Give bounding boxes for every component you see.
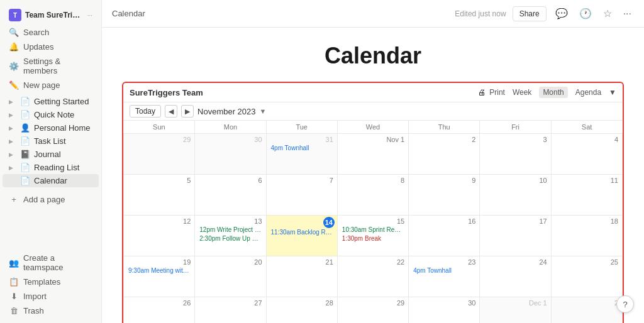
calendar-day[interactable]: 1312pm Write Project Propo...2:30pm Foll…	[195, 216, 266, 256]
calendar-day[interactable]: 10	[480, 175, 551, 216]
calendar-day[interactable]: 24	[480, 256, 551, 297]
calendar-day[interactable]: 26	[124, 297, 195, 324]
next-month-button[interactable]: ▶	[181, 105, 194, 118]
calendar-event[interactable]: 12pm Write Project Propo...	[197, 226, 263, 234]
sidebar-item-reading-list[interactable]: ▶ 📄 Reading List	[3, 161, 99, 174]
calendar-event[interactable]: 10:30am Sprint Review Me...	[340, 226, 406, 234]
calendar-day[interactable]: 25	[551, 256, 622, 297]
day-number: 12	[126, 217, 192, 226]
help-button[interactable]: ?	[616, 295, 634, 313]
calendar-day[interactable]: 2	[551, 297, 622, 324]
import-action[interactable]: ⬇ Import	[3, 289, 99, 304]
day-number: 3	[482, 135, 548, 144]
calendar-day[interactable]: 16	[409, 216, 480, 256]
workspace-avatar: T	[9, 9, 21, 21]
calendar-day[interactable]: 9	[409, 175, 480, 216]
calendar-day[interactable]: Dec 1	[480, 297, 551, 324]
calendar-day[interactable]: 2	[409, 134, 480, 175]
create-teamspace-label: Create a teamspace	[23, 253, 92, 272]
calendar-day[interactable]: 199:30am Meeting with Prod...	[124, 256, 195, 297]
table-row: 12 1312pm Write Project Propo...2:30pm F…	[124, 216, 623, 256]
settings-action[interactable]: ⚙️ Settings & members	[3, 54, 99, 78]
calendar-day[interactable]: 30	[195, 134, 266, 175]
templates-action[interactable]: 📋 Templates	[3, 275, 99, 289]
calendar-day[interactable]: 28	[266, 297, 337, 324]
calendar-day[interactable]: 7	[266, 175, 337, 216]
calendar-event[interactable]: 2:30pm Follow Up With Cli...	[197, 234, 263, 243]
sidebar-item-label: Calendar	[34, 176, 67, 185]
sidebar-item-label: Task List	[34, 136, 66, 146]
calendar-day[interactable]: 20	[195, 256, 266, 297]
create-teamspace-action[interactable]: 👥 Create a teamspace	[3, 251, 99, 275]
day-number: Dec 1	[482, 298, 548, 307]
trash-action[interactable]: 🗑 Trash	[3, 304, 99, 318]
week-view-btn[interactable]: Week	[509, 87, 535, 98]
calendar-event[interactable]: 9:30am Meeting with Prod...	[126, 266, 192, 275]
prev-month-button[interactable]: ◀	[165, 105, 177, 118]
calendar-event[interactable]: 1:30pm Break	[340, 234, 406, 243]
calendar-day[interactable]: 1411:30am Backlog Refineme...	[266, 216, 337, 256]
breadcrumb: Calendar	[112, 9, 145, 18]
day-number: 2	[554, 298, 619, 307]
calendar-day[interactable]: 12	[124, 216, 195, 256]
calendar-day[interactable]: 18	[551, 216, 622, 256]
new-page-action[interactable]: ✏️ New page	[3, 78, 99, 92]
workspace-chevron-icon: ···	[87, 12, 92, 19]
calendar-day[interactable]: Nov 1	[337, 134, 408, 175]
trash-label: Trash	[23, 306, 44, 315]
sidebar-item-getting-started[interactable]: ▶ 📄 Getting Started	[3, 95, 99, 108]
calendar-event[interactable]: 11:30am Backlog Refineme...	[269, 228, 335, 236]
day-number: 15	[340, 217, 406, 226]
teamspace-icon: 👥	[9, 258, 19, 268]
sidebar-item-task-list[interactable]: ▶ 📄 Task List	[3, 134, 99, 148]
calendar-day[interactable]: 3	[480, 134, 551, 175]
comment-icon[interactable]: 💬	[553, 6, 570, 21]
history-icon[interactable]: 🕐	[577, 6, 594, 21]
sidebar-item-journal[interactable]: ▶ 📓 Journal	[3, 148, 99, 161]
calendar-day[interactable]: 314pm Townhall	[266, 134, 337, 175]
sidebar-item-calendar[interactable]: 📄 Calendar	[3, 174, 99, 187]
print-icon: 🖨	[478, 88, 486, 97]
calendar-day[interactable]: 22	[337, 256, 408, 297]
more-icon[interactable]: ···	[621, 7, 634, 21]
add-page-action[interactable]: + Add a page	[3, 192, 99, 207]
calendar-day[interactable]: 8	[337, 175, 408, 216]
calendar-day[interactable]: 17	[480, 216, 551, 256]
calendar-day[interactable]: 1510:30am Sprint Review Me...1:30pm Brea…	[337, 216, 408, 256]
page-content: Calendar SureTriggers Team 🖨 Print Week …	[102, 28, 644, 323]
month-dropdown-icon[interactable]: ▼	[260, 107, 267, 115]
workspace-header[interactable]: T Team SureTrigger... ···	[3, 5, 99, 25]
calendar-team-name: SureTriggers Team	[130, 88, 203, 97]
updates-action[interactable]: 🔔 Updates	[3, 40, 99, 54]
star-icon[interactable]: ☆	[601, 6, 614, 21]
sidebar-item-personal-home[interactable]: ▶ 👤 Personal Home	[3, 121, 99, 134]
calendar-day[interactable]: 27	[195, 297, 266, 324]
today-button[interactable]: Today	[130, 105, 161, 118]
page-title: Calendar	[122, 43, 624, 69]
calendar-day[interactable]: 4	[551, 134, 622, 175]
calendar-day[interactable]: 6	[195, 175, 266, 216]
month-view-btn[interactable]: Month	[539, 87, 567, 98]
calendar-event[interactable]: 4pm Townhall	[269, 144, 335, 152]
calendar-day[interactable]: 30	[409, 297, 480, 324]
share-button[interactable]: Share	[513, 6, 547, 21]
print-label[interactable]: Print	[489, 88, 505, 97]
col-fri: Fri	[480, 121, 551, 134]
day-number: 9	[411, 176, 477, 185]
day-number: 24	[482, 258, 548, 266]
search-action[interactable]: 🔍 Search	[3, 25, 99, 40]
calendar-day[interactable]: 21	[266, 256, 337, 297]
calendar-day[interactable]: 5	[124, 175, 195, 216]
sidebar-item-label: Personal Home	[34, 123, 91, 133]
calendar-day[interactable]: 11	[551, 175, 622, 216]
col-sat: Sat	[551, 121, 622, 134]
agenda-view-btn[interactable]: Agenda	[572, 87, 605, 98]
sidebar-item-quick-note[interactable]: ▶ 📄 Quick Note	[3, 108, 99, 121]
calendar-day[interactable]: 29	[337, 297, 408, 324]
calendar-event[interactable]: 4pm Townhall	[411, 266, 477, 275]
calendar-day[interactable]: 234pm Townhall	[409, 256, 480, 297]
calendar-day[interactable]: 29	[124, 134, 195, 175]
day-number: 26	[126, 298, 192, 307]
chevron-icon: ▶	[9, 112, 16, 118]
day-number: 16	[411, 217, 477, 226]
